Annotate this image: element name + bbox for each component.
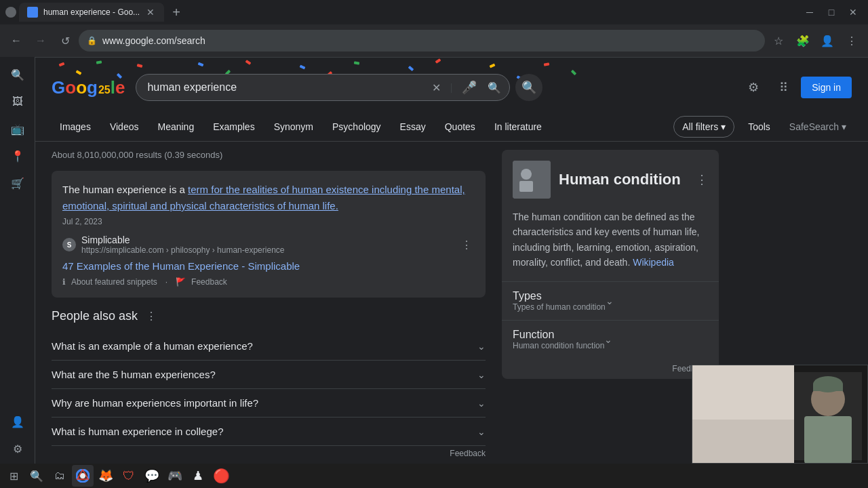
new-tab-button[interactable]: + — [167, 3, 186, 22]
profile-icon[interactable]: 👤 — [816, 30, 838, 52]
filter-images[interactable]: Images — [52, 116, 99, 138]
filter-videos[interactable]: Videos — [102, 116, 147, 138]
video-content — [692, 365, 868, 464]
sidebar-maps-icon[interactable]: 📍 — [5, 144, 30, 168]
taskbar-app-red[interactable]: 🔴 — [210, 465, 232, 487]
search-input[interactable]: human experience — [147, 81, 423, 94]
search-clear-icon[interactable]: ✕ — [429, 79, 443, 97]
filter-psychology[interactable]: Psychology — [324, 116, 389, 138]
kp-wiki-link[interactable]: Wikipedia — [633, 257, 674, 268]
taskbar-task-view[interactable]: 🗂 — [49, 465, 71, 487]
search-bar[interactable]: human experience ✕ | 🎤 🔍 — [136, 74, 510, 101]
taskbar-chess[interactable]: ♟ — [187, 465, 209, 487]
restore-button[interactable]: □ — [822, 3, 841, 22]
paa-item-1[interactable]: What is an example of a human experience… — [52, 332, 486, 361]
reload-button[interactable]: ↺ — [54, 30, 76, 52]
featured-snippet: The human experience is a term for the r… — [52, 171, 486, 298]
taskbar-steam[interactable]: 🎮 — [164, 465, 186, 487]
kp-types-subtitle: Types of human condition — [513, 302, 606, 312]
filter-synonym[interactable]: Synonym — [266, 116, 321, 138]
kp-title-area: Human condition — [559, 171, 688, 188]
chrome-menu-icon[interactable]: ⋮ — [841, 30, 863, 52]
kp-types-row[interactable]: Types Types of human condition ⌄ — [502, 282, 719, 320]
tab-title: human experience - Goo... — [43, 7, 140, 17]
paa-title-text: People also ask — [52, 309, 138, 323]
tab-favicon — [27, 7, 38, 18]
sign-in-button[interactable]: Sign in — [801, 77, 852, 98]
browser-chrome: human experience - Goo... ✕ + ─ □ ✕ ← → … — [0, 0, 868, 58]
active-tab[interactable]: human experience - Goo... ✕ — [19, 3, 164, 22]
svg-rect-6 — [804, 416, 852, 464]
paa-item-4[interactable]: What is human experience in college? ⌄ — [52, 418, 486, 446]
results-count: About 8,010,000,000 results (0.39 second… — [52, 150, 486, 160]
all-filters-label: All filters — [682, 121, 718, 132]
snippet-separator: · — [165, 277, 167, 287]
kp-types-chevron: ⌄ — [606, 296, 614, 306]
about-snippets-text[interactable]: About featured snippets — [71, 277, 157, 287]
kp-section-types: Types Types of human condition ⌄ — [502, 281, 719, 320]
header-right: ⚙ ⠿ Sign in — [741, 75, 852, 100]
header-apps-icon[interactable]: ⠿ — [771, 75, 795, 100]
kp-function-subtitle: Human condition function — [513, 341, 604, 350]
sidebar-settings-icon[interactable]: ⚙ — [5, 436, 30, 461]
taskbar-start[interactable]: ⊞ — [3, 465, 24, 487]
kp-image — [513, 161, 551, 199]
paa-chevron-1: ⌄ — [477, 341, 486, 352]
close-button[interactable]: ✕ — [844, 3, 863, 22]
paa-chevron-2: ⌄ — [477, 369, 486, 380]
sidebar-shopping-icon[interactable]: 🛒 — [5, 171, 30, 195]
search-lens-icon[interactable]: 🔍 — [485, 79, 504, 97]
browser-favicon — [5, 7, 16, 18]
filter-right: All filters ▾ Tools SafeSearch ▾ — [673, 116, 852, 138]
paa-feedback-text[interactable]: Feedback — [450, 449, 486, 458]
filter-quotes[interactable]: Quotes — [437, 116, 484, 138]
sidebar-lens-icon[interactable]: 🔍 — [5, 62, 30, 87]
sidebar-images-icon[interactable]: 🖼 — [5, 89, 30, 114]
paa-section: People also ask ⋮ What is an example of … — [52, 308, 486, 458]
snippet-feedback-icon: 🚩 — [176, 277, 186, 287]
taskbar-search[interactable]: 🔍 — [26, 465, 47, 487]
search-mic-icon[interactable]: 🎤 — [459, 77, 479, 98]
source-more-icon[interactable]: ⋮ — [458, 237, 475, 253]
source-url: https://simplicable.com › philosophy › h… — [81, 245, 453, 255]
snippet-feedback[interactable]: Feedback — [191, 277, 227, 287]
kp-function-row[interactable]: Function Human condition function ⌄ — [502, 321, 719, 359]
safe-search-button[interactable]: SafeSearch ▾ — [784, 116, 852, 138]
bookmark-icon[interactable]: ☆ — [768, 30, 789, 52]
tab-close-button[interactable]: ✕ — [145, 7, 156, 18]
header-settings-icon[interactable]: ⚙ — [741, 75, 766, 100]
svg-rect-8 — [813, 384, 843, 391]
snippet-link[interactable]: 47 Examples of the Human Experience - Si… — [62, 260, 475, 272]
tools-button[interactable]: Tools — [740, 116, 778, 138]
kp-feedback[interactable]: Feedback — [502, 359, 719, 379]
taskbar: ⊞ 🔍 🗂 🦊 🛡 💬 🎮 ♟ 🔴 — [0, 464, 868, 488]
taskbar-app1[interactable]: 🛡 — [118, 465, 140, 487]
taskbar-chrome[interactable] — [72, 465, 94, 487]
kp-section-function: Function Human condition function ⌄ — [502, 320, 719, 359]
sidebar-video-icon[interactable]: 📺 — [5, 117, 30, 141]
paa-item-3[interactable]: Why are human experiences important in l… — [52, 389, 486, 418]
kp-more-button[interactable]: ⋮ — [696, 172, 708, 187]
filter-in-literature[interactable]: In literature — [486, 116, 550, 138]
filter-essay[interactable]: Essay — [392, 116, 434, 138]
paa-item-2[interactable]: What are the 5 human experiences? ⌄ — [52, 361, 486, 389]
all-filters-button[interactable]: All filters ▾ — [673, 116, 734, 138]
left-column: About 8,010,000,000 results (0.39 second… — [52, 150, 486, 488]
back-button[interactable]: ← — [5, 30, 27, 52]
filter-examples[interactable]: Examples — [205, 116, 262, 138]
google-header: Goog25le human experience ✕ | 🎤 🔍 🔍 ⚙ ⠿ … — [35, 58, 868, 112]
knowledge-panel: Human condition ⋮ The human condition ca… — [502, 150, 719, 379]
sidebar-profile-icon[interactable]: 👤 — [5, 409, 30, 434]
filter-meaning[interactable]: Meaning — [149, 116, 202, 138]
extensions-icon[interactable]: 🧩 — [792, 30, 814, 52]
taskbar-firefox[interactable]: 🦊 — [95, 465, 117, 487]
kp-function-info: Function Human condition function — [513, 329, 604, 350]
forward-button[interactable]: → — [30, 30, 52, 52]
filter-bar: Images Videos Meaning Examples Synonym P… — [35, 112, 868, 142]
taskbar-discord[interactable]: 💬 — [141, 465, 163, 487]
svg-rect-2 — [519, 181, 533, 192]
minimize-button[interactable]: ─ — [800, 3, 819, 22]
address-bar[interactable]: 🔒 www.google.com/search — [79, 30, 765, 52]
search-submit-button[interactable]: 🔍 — [515, 74, 542, 101]
paa-more-icon[interactable]: ⋮ — [143, 308, 159, 324]
